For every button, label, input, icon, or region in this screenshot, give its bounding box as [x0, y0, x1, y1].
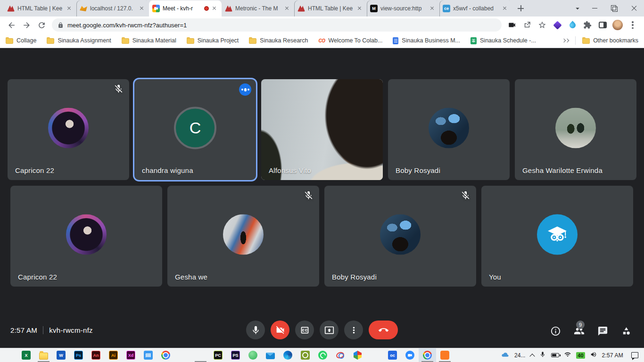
greenapp-icon[interactable]: [244, 348, 262, 362]
participant-tile[interactable]: Gesha we: [167, 186, 319, 287]
chrome-icon[interactable]: [157, 348, 174, 362]
activities-button[interactable]: [621, 326, 632, 337]
tab-close-icon[interactable]: [283, 5, 291, 12]
camera-in-use-icon[interactable]: [505, 18, 519, 32]
bookmark-star-icon[interactable]: [536, 18, 549, 32]
chrome-icon[interactable]: [419, 348, 436, 362]
hexagon-icon[interactable]: [349, 348, 366, 362]
participant-tile[interactable]: Boby Rosyadi: [324, 186, 476, 287]
calendar-icon[interactable]: [140, 348, 157, 362]
back-button[interactable]: [5, 18, 18, 32]
flower-icon[interactable]: [366, 348, 384, 362]
volume-icon[interactable]: [590, 351, 597, 359]
tray-overflow-text[interactable]: 24...: [514, 352, 525, 359]
cloud-sync-icon[interactable]: [501, 351, 509, 360]
extension-drop-icon[interactable]: [566, 18, 579, 32]
tab[interactable]: Metronic - The M: [222, 0, 294, 16]
participant-tile[interactable]: Capricon 22: [10, 186, 162, 287]
participant-tile[interactable]: You: [481, 186, 633, 287]
excel-icon[interactable]: X: [17, 348, 35, 362]
action-center-icon[interactable]: [631, 352, 638, 358]
animate-icon[interactable]: An: [87, 348, 105, 362]
wifi-icon[interactable]: [564, 351, 571, 359]
edge-icon[interactable]: [279, 348, 297, 362]
tray-expand-icon[interactable]: [530, 354, 535, 359]
explorer-icon[interactable]: [35, 348, 52, 362]
participant-tile[interactable]: Capricon 22: [8, 79, 129, 180]
mail-icon[interactable]: [262, 348, 279, 362]
camgreen-icon[interactable]: [297, 348, 314, 362]
chrome-menu-icon[interactable]: [626, 18, 639, 32]
bookmark-item[interactable]: Sinauka Assignment: [47, 37, 111, 44]
tab[interactable]: Meet - kvh-r: [149, 0, 222, 16]
participant-tile[interactable]: Alfonsus Vito: [261, 79, 383, 180]
reload-button[interactable]: [35, 18, 48, 32]
mic-button[interactable]: [246, 321, 265, 339]
bluecheck-icon[interactable]: [174, 348, 192, 362]
zoom-icon[interactable]: [401, 348, 419, 362]
vscode-icon[interactable]: [192, 348, 209, 362]
bookmark-item[interactable]: Sinauka Material: [122, 37, 176, 44]
share-icon[interactable]: [520, 18, 534, 32]
tab-close-icon[interactable]: [429, 5, 436, 12]
tab-close-icon[interactable]: [138, 5, 146, 12]
participants-button[interactable]: 9: [574, 326, 585, 337]
tab-close-icon[interactable]: [501, 5, 509, 12]
photoshop-icon[interactable]: Ps: [70, 348, 87, 362]
bookmark-item[interactable]: Sinauka Research: [249, 37, 308, 44]
bookmark-item[interactable]: Collage: [6, 37, 36, 44]
battery-percent-badge[interactable]: 40: [576, 352, 585, 359]
tab[interactable]: M view-source:http: [367, 0, 439, 16]
bookmark-item[interactable]: Sinauka Project: [187, 37, 239, 44]
battery-icon[interactable]: [551, 353, 559, 357]
participant-tile[interactable]: Boby Rosyadi: [388, 79, 510, 180]
recording-indicator-icon: [204, 6, 209, 11]
forward-button[interactable]: [20, 18, 33, 32]
bookmark-item[interactable]: CO Welcome To Colab...: [318, 37, 382, 44]
start-icon[interactable]: [0, 348, 17, 362]
xd-icon[interactable]: Xd: [122, 348, 140, 362]
tab-close-icon[interactable]: [66, 5, 73, 12]
window-close-button[interactable]: [624, 0, 644, 16]
extension-diamond-icon[interactable]: [551, 18, 564, 32]
extensions-puzzle-icon[interactable]: [581, 18, 594, 32]
window-restore-button[interactable]: [604, 0, 624, 16]
bookmarks-overflow-icon[interactable]: [562, 39, 569, 42]
present-button[interactable]: [320, 321, 339, 339]
url-text[interactable]: meet.google.com/kvh-rwcm-nfz?authuser=1: [67, 22, 187, 29]
tray-mic-icon[interactable]: [539, 351, 546, 359]
captions-button[interactable]: [295, 321, 314, 339]
bookmark-item[interactable]: Sinauka Schedule -...: [471, 37, 536, 44]
phpstorm-icon[interactable]: PS: [227, 348, 244, 362]
oc-icon[interactable]: oc: [384, 348, 401, 362]
tab-close-icon[interactable]: [356, 5, 363, 12]
tab[interactable]: ce x5wvf - collabed: [439, 0, 512, 16]
chat-button[interactable]: [597, 326, 608, 337]
pycharm-icon[interactable]: PC: [209, 348, 227, 362]
swirl-icon[interactable]: [331, 348, 349, 362]
other-bookmarks[interactable]: Other bookmarks: [582, 37, 638, 44]
tab-close-icon[interactable]: [211, 5, 218, 12]
tab[interactable]: HTML Table | Kee: [4, 0, 76, 16]
tab[interactable]: HTML Table | Kee: [294, 0, 367, 16]
tab[interactable]: localhost / 127.0.: [76, 0, 149, 16]
participant-tile[interactable]: C chandra wiguna: [134, 79, 256, 180]
tab-title: HTML Table | Kee: [308, 5, 353, 12]
camera-off-button[interactable]: [271, 321, 289, 339]
profile-avatar[interactable]: [611, 18, 624, 32]
address-bar[interactable]: meet.google.com/kvh-rwcm-nfz?authuser=1: [52, 18, 502, 32]
xampp-icon[interactable]: [436, 348, 454, 362]
more-options-button[interactable]: [344, 321, 363, 339]
tab-search-icon[interactable]: [570, 4, 585, 13]
whatsapp-icon[interactable]: [314, 348, 331, 362]
participant-tile[interactable]: Gesha Warilotte Erwinda: [515, 79, 636, 180]
new-tab-button[interactable]: [515, 2, 527, 15]
side-panel-icon[interactable]: [596, 18, 609, 32]
window-minimize-button[interactable]: [585, 0, 604, 16]
end-call-button[interactable]: [369, 321, 398, 339]
meeting-details-button[interactable]: [550, 326, 561, 337]
taskbar-clock[interactable]: 2:57 AM: [602, 352, 623, 359]
illustrator-icon[interactable]: Ai: [105, 348, 122, 362]
bookmark-item[interactable]: Sinauka Business M...: [393, 37, 460, 44]
word-icon[interactable]: W: [52, 348, 70, 362]
